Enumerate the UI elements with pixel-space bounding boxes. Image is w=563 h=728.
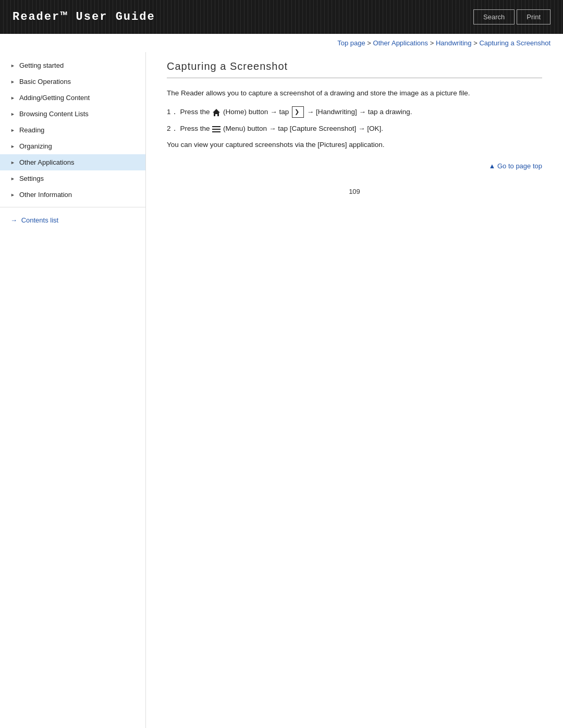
breadcrumb-sep2: >: [430, 39, 436, 47]
sidebar-item-adding-getting-content[interactable]: ► Adding/Getting Content: [0, 90, 145, 106]
header-buttons: Search Print: [473, 9, 550, 24]
svg-rect-1: [212, 126, 221, 127]
sidebar-arrow-getting-started: ►: [10, 63, 15, 68]
sidebar-arrow-adding: ►: [10, 95, 15, 101]
breadcrumb-handwriting-link[interactable]: Handwriting: [436, 39, 472, 47]
sidebar-arrow-browsing: ►: [10, 112, 15, 117]
sidebar-label-organizing: Organizing: [19, 142, 52, 150]
step1-arrow3: →: [359, 108, 368, 116]
sidebar: ► Getting started ► Basic Operations ► A…: [0, 52, 146, 728]
main-layout: ► Getting started ► Basic Operations ► A…: [0, 52, 563, 728]
sidebar-label-other-info: Other Information: [19, 191, 72, 199]
breadcrumb-current-link[interactable]: Capturing a Screenshot: [479, 39, 550, 47]
page-number: 109: [167, 182, 542, 201]
step2-menu-label: (Menu) button: [223, 125, 267, 132]
sidebar-footer: → Contents list: [0, 207, 145, 228]
step-2-number: 2．: [167, 123, 178, 134]
step1-post: tap a drawing.: [368, 108, 412, 116]
sidebar-item-other-information[interactable]: ► Other Information: [0, 187, 145, 203]
step1-arrow2: →: [307, 108, 316, 116]
breadcrumb: Top page > Other Applications > Handwrit…: [0, 34, 563, 52]
breadcrumb-sep3: >: [473, 39, 479, 47]
sidebar-item-settings[interactable]: ► Settings: [0, 170, 145, 187]
step1-tap: tap: [279, 108, 289, 116]
step-2: 2． Press the (Menu) button → tap [Captur…: [167, 123, 542, 134]
step1-pre: Press the: [180, 108, 210, 116]
breadcrumb-top-link[interactable]: Top page: [337, 39, 365, 47]
sidebar-arrow-settings: ►: [10, 176, 15, 181]
step1-arrow1: →: [270, 108, 279, 116]
sidebar-label-other-applications: Other Applications: [19, 158, 75, 166]
sidebar-arrow-other-info: ►: [10, 192, 15, 198]
main-content: Capturing a Screenshot The Reader allows…: [146, 52, 563, 728]
sidebar-arrow-basic-operations: ►: [10, 79, 15, 84]
step2-arrow2: →: [358, 125, 367, 132]
sidebar-label-adding: Adding/Getting Content: [19, 94, 90, 102]
svg-marker-0: [213, 109, 220, 116]
svg-rect-3: [212, 131, 221, 132]
sidebar-item-browsing-content-lists[interactable]: ► Browsing Content Lists: [0, 106, 145, 122]
svg-rect-2: [212, 129, 221, 130]
go-to-top-section: ▲ Go to page top: [167, 161, 542, 172]
sidebar-label-settings: Settings: [19, 175, 44, 182]
sidebar-item-getting-started[interactable]: ► Getting started: [0, 57, 145, 73]
menu-icon: [212, 125, 221, 132]
home-icon: [212, 108, 221, 116]
intro-paragraph: The Reader allows you to capture a scree…: [167, 88, 542, 99]
step2-tap: tap [Capture Screenshot]: [278, 125, 356, 132]
step-1-number: 1．: [167, 106, 178, 118]
sidebar-label-reading: Reading: [19, 126, 44, 134]
sidebar-label-getting-started: Getting started: [19, 61, 64, 69]
sidebar-arrow-reading: ►: [10, 128, 15, 133]
step2-pre: Press the: [180, 125, 210, 132]
header: Reader™ User Guide Search Print: [0, 0, 563, 34]
search-button[interactable]: Search: [473, 9, 515, 24]
sidebar-label-basic-operations: Basic Operations: [19, 78, 71, 85]
sidebar-item-organizing[interactable]: ► Organizing: [0, 138, 145, 154]
sidebar-arrow-organizing: ►: [10, 144, 15, 149]
contents-list-arrow-icon: →: [10, 216, 17, 224]
content-body: The Reader allows you to capture a scree…: [167, 88, 542, 172]
sidebar-arrow-other-applications: ►: [10, 160, 15, 165]
site-title: Reader™ User Guide: [13, 10, 155, 23]
arrow-button[interactable]: ❯: [292, 106, 304, 118]
page-title: Capturing a Screenshot: [167, 60, 542, 78]
step-1-content: Press the (Home) button → tap ❯ → [Handw…: [180, 106, 542, 118]
step2-ok: [OK].: [367, 125, 383, 132]
sidebar-label-browsing: Browsing Content Lists: [19, 110, 89, 118]
contents-list-label: Contents list: [21, 216, 59, 224]
sidebar-item-basic-operations[interactable]: ► Basic Operations: [0, 73, 145, 90]
contents-list-link[interactable]: → Contents list: [10, 216, 58, 224]
print-button[interactable]: Print: [517, 9, 550, 24]
breadcrumb-sep1: >: [367, 39, 373, 47]
step-2-content: Press the (Menu) button → tap [Capture S…: [180, 123, 542, 134]
sidebar-item-reading[interactable]: ► Reading: [0, 122, 145, 138]
go-to-top-link[interactable]: ▲ Go to page top: [489, 162, 543, 170]
view-text: You can view your captured screenshots v…: [167, 139, 542, 151]
step-1: 1． Press the (Home) button → tap ❯ →: [167, 106, 542, 118]
breadcrumb-other-apps-link[interactable]: Other Applications: [373, 39, 429, 47]
sidebar-item-other-applications[interactable]: ► Other Applications: [0, 154, 145, 170]
step2-arrow1: →: [269, 125, 278, 132]
step1-handwriting: [Handwriting]: [316, 108, 357, 116]
step1-home-label: (Home) button: [223, 108, 268, 116]
